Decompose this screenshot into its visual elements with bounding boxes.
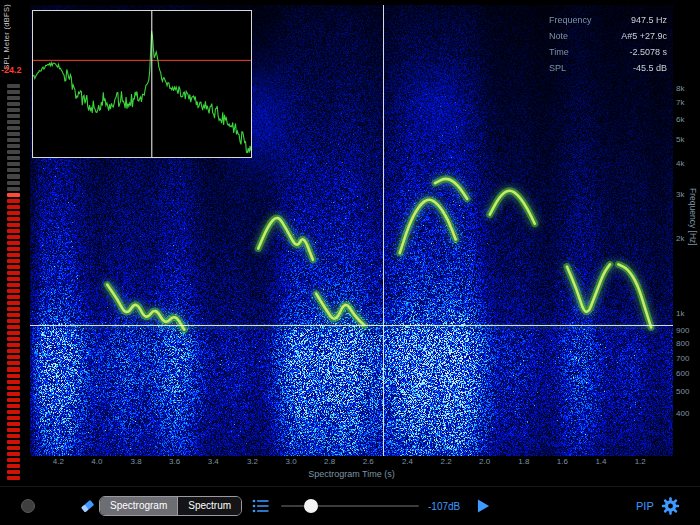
time-tick: 4.2 [53, 457, 64, 466]
slider-track[interactable] [281, 505, 419, 507]
spl-meter-segment [7, 247, 20, 251]
freq-tick: 4k [676, 158, 684, 167]
freq-tick: 2k [676, 234, 684, 243]
spl-meter-segment [7, 331, 20, 335]
tab-spectrogram[interactable]: Spectrogram [100, 497, 177, 515]
spl-meter-segment [7, 325, 20, 329]
spl-meter-segment [7, 205, 20, 209]
readout-row: Note A#5 +27.9c [549, 28, 667, 44]
readout-label-frequency: Frequency [549, 12, 592, 28]
spl-meter-segment [7, 361, 20, 365]
spl-meter-segment [7, 102, 20, 106]
spl-meter-segment [7, 229, 20, 233]
spl-meter-segment [7, 211, 20, 215]
spl-meter-segment [7, 96, 20, 100]
spl-meter-segment [7, 120, 20, 124]
spl-meter-segment [7, 126, 20, 130]
spl-meter-segment [7, 398, 20, 402]
spl-meter-segment [7, 289, 20, 293]
spl-meter-segment [7, 367, 20, 371]
freq-tick: 500 [676, 387, 689, 396]
spl-meter-segment [7, 265, 20, 269]
freq-tick: 800 [676, 339, 689, 348]
spl-meter-segment [7, 476, 20, 480]
app-window: SPL Meter (dBFS) -24.2 Frequency 947.5 H… [0, 0, 700, 525]
time-tick: 1.8 [518, 457, 529, 466]
crosshair-horizontal[interactable] [30, 325, 673, 326]
crosshair-vertical[interactable] [383, 5, 384, 456]
spl-meter-segment [7, 217, 20, 221]
readout-label-time: Time [549, 44, 569, 60]
time-axis-title: Spectrogram Time (s) [30, 469, 673, 479]
spl-meter-segment [7, 277, 20, 281]
slider-value: -107dB [428, 501, 460, 512]
slider-knob[interactable] [304, 499, 318, 513]
tab-spectrum[interactable]: Spectrum [177, 497, 241, 515]
freq-tick: 400 [676, 408, 689, 417]
spl-meter-segment [7, 434, 20, 438]
readout-label-spl: SPL [549, 60, 566, 76]
threshold-slider[interactable] [281, 499, 419, 513]
freq-tick: 7k [676, 97, 684, 106]
spl-meter-segment [7, 452, 20, 456]
spl-meter-segment [7, 440, 20, 444]
spl-meter-segment [7, 241, 20, 245]
spl-meter-segment [7, 392, 20, 396]
freq-tick: 1k [676, 309, 684, 318]
readout-row: Time -2.5078 s [549, 44, 667, 60]
freq-tick: 3k [676, 189, 684, 198]
readout-value-frequency: 947.5 Hz [631, 12, 667, 28]
spl-meter-segment [7, 410, 20, 414]
spl-meter-segment [7, 374, 20, 378]
record-button[interactable] [21, 499, 35, 513]
time-tick: 1.6 [557, 457, 568, 466]
spl-meter-segment [7, 223, 20, 227]
time-tick: 2.0 [479, 457, 490, 466]
spl-meter-segment [7, 90, 20, 94]
time-tick: 1.4 [595, 457, 606, 466]
time-tick: 2.6 [363, 457, 374, 466]
freq-tick: 600 [676, 369, 689, 378]
settings-gear-icon[interactable] [661, 497, 680, 516]
play-button[interactable] [477, 499, 490, 514]
spl-meter-segment [7, 181, 20, 185]
time-axis-ticks: 4.24.03.83.63.43.23.02.82.62.42.22.01.81… [30, 457, 673, 467]
spl-meter-segment [7, 259, 20, 263]
spl-meter-segment [7, 337, 20, 341]
time-tick: 2.4 [402, 457, 413, 466]
spl-meter-segment [7, 271, 20, 275]
eraser-icon[interactable] [79, 498, 96, 515]
spl-meter-segment [7, 404, 20, 408]
spl-meter-segment [7, 380, 20, 384]
readout-value-note: A#5 +27.9c [621, 28, 667, 44]
spl-meter-segment [7, 386, 20, 390]
spl-meter-segment [7, 114, 20, 118]
spl-meter-segment [7, 132, 20, 136]
time-tick: 3.2 [247, 457, 258, 466]
spl-meter-segment [7, 108, 20, 112]
spectrum-trace [33, 31, 251, 153]
readout-value-time: -2.5078 s [629, 44, 667, 60]
spl-meter-segment [7, 193, 20, 197]
time-tick: 2.2 [440, 457, 451, 466]
list-icon[interactable] [252, 499, 269, 514]
freq-tick: 5k [676, 134, 684, 143]
readout-label-note: Note [549, 28, 568, 44]
spl-meter-segment [7, 235, 20, 239]
freq-tick: 8k [676, 83, 684, 92]
pip-button[interactable]: PIP [636, 500, 654, 512]
time-tick: 2.8 [324, 457, 335, 466]
spl-meter-segment [7, 470, 20, 474]
time-tick: 4.0 [91, 457, 102, 466]
spl-meter-segment [7, 162, 20, 166]
spectrogram-plot[interactable]: Frequency 947.5 Hz Note A#5 +27.9c Time … [30, 5, 673, 456]
spl-meter-segment [7, 355, 20, 359]
freq-tick: 6k [676, 115, 684, 124]
play-glyph [477, 499, 490, 514]
freq-axis-title: Frequency [Hz] [688, 188, 698, 246]
spl-meter-segment [7, 319, 20, 323]
spl-meter-segment [7, 253, 20, 257]
list-glyph [252, 499, 269, 514]
spl-meter-segment [7, 138, 20, 142]
spl-meter-segment [7, 422, 20, 426]
